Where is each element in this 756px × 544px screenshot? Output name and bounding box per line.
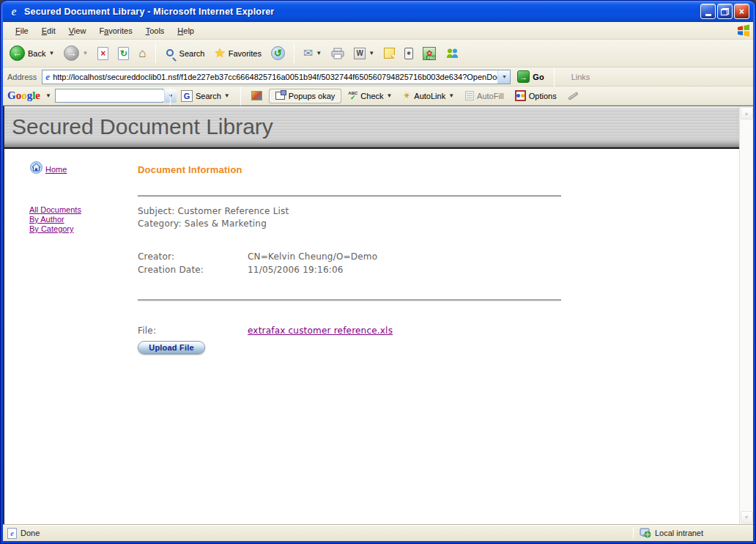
sidebar-link-by-category[interactable]: By Category bbox=[29, 224, 138, 233]
document-info-section: Document Information Subject: Customer R… bbox=[138, 149, 561, 354]
popup-icon bbox=[275, 92, 285, 100]
mobile-device-button[interactable]: ✱ bbox=[401, 45, 417, 62]
vertical-scrollbar[interactable]: ▲ ▼ bbox=[739, 106, 753, 524]
mail-button[interactable]: ✉ ▼ bbox=[300, 45, 325, 62]
restore-icon bbox=[721, 8, 729, 15]
creation-date-value: 11/05/2006 19:16:06 bbox=[248, 263, 344, 276]
menu-tools[interactable]: Tools bbox=[139, 24, 171, 37]
subject-value: Customer Reference List bbox=[178, 206, 289, 216]
stop-icon: × bbox=[97, 47, 108, 60]
web-page: Secured Document Library Home bbox=[4, 106, 739, 524]
horizontal-rule bbox=[138, 299, 561, 301]
category-line: Category: Sales & Marketing bbox=[138, 218, 561, 230]
google-search-box[interactable]: ▼ bbox=[55, 89, 163, 103]
minimize-button[interactable] bbox=[700, 4, 716, 19]
toolbar-separator bbox=[294, 44, 294, 63]
creator-value: CN=Kelvin Cheung/O=Demo bbox=[248, 250, 377, 263]
menu-help[interactable]: Help bbox=[171, 24, 201, 37]
file-row: File: extrafax customer reference.xls bbox=[138, 324, 561, 337]
googlebar-separator bbox=[240, 87, 241, 106]
history-button[interactable]: ↺ bbox=[267, 44, 289, 62]
highlight-button[interactable] bbox=[564, 92, 582, 100]
popup-blocker-label: Popups okay bbox=[289, 92, 336, 100]
file-block: File: extrafax customer reference.xls Up… bbox=[138, 324, 561, 354]
status-page-icon: e bbox=[7, 528, 17, 539]
forward-button[interactable]: → ▼ bbox=[60, 43, 92, 63]
spellcheck-button[interactable]: ABC✓ Check ▼ bbox=[344, 89, 396, 103]
stop-button[interactable]: × bbox=[94, 45, 112, 62]
address-dropdown-button[interactable]: ▼ bbox=[497, 70, 510, 84]
sidebar-home-link[interactable]: Home bbox=[29, 161, 138, 174]
scroll-down-button[interactable]: ▼ bbox=[741, 511, 753, 523]
pagerank-button[interactable] bbox=[248, 89, 266, 103]
home-button[interactable]: ⌂ bbox=[135, 45, 149, 62]
address-bar: Address e http://localhost/secureddoclib… bbox=[3, 67, 753, 87]
page-icon: e bbox=[42, 71, 53, 83]
history-icon: ↺ bbox=[271, 46, 285, 60]
restore-button[interactable] bbox=[717, 4, 733, 19]
links-label[interactable]: Links bbox=[571, 73, 590, 81]
local-intranet-icon bbox=[640, 528, 651, 538]
title-bar[interactable]: e Secured Document Library - Microsoft I… bbox=[3, 1, 753, 22]
spellcheck-icon: ABC✓ bbox=[348, 91, 357, 101]
creation-date-row: Creation Date: 11/05/2006 19:16:06 bbox=[138, 263, 561, 276]
home-link-label[interactable]: Home bbox=[45, 165, 67, 174]
edit-dropdown-icon: ▼ bbox=[368, 50, 374, 56]
category-value: Sales & Marketing bbox=[185, 218, 267, 229]
sidebar-nav: All Documents By Author By Category bbox=[29, 205, 138, 233]
favorites-button[interactable]: ★ Favorites bbox=[210, 45, 265, 62]
ie-logo-icon: e bbox=[7, 5, 21, 18]
go-button[interactable]: → Go bbox=[514, 70, 546, 84]
google-search-input[interactable] bbox=[56, 90, 164, 101]
pagerank-icon bbox=[251, 91, 262, 100]
browser-chrome: File Edit View Favorites Tools Help ← Ba… bbox=[3, 22, 753, 541]
status-text: Done bbox=[21, 529, 40, 537]
window-title: Secured Document Library - Microsoft Int… bbox=[24, 7, 697, 17]
home-icon: ⌂ bbox=[138, 47, 146, 59]
refresh-button[interactable]: ↻ bbox=[114, 45, 133, 62]
addressbar-separator bbox=[554, 67, 555, 87]
creation-date-label: Creation Date: bbox=[138, 263, 248, 276]
google-logo[interactable]: Google bbox=[7, 89, 40, 102]
menu-edit[interactable]: Edit bbox=[35, 24, 62, 37]
messenger-button[interactable] bbox=[442, 45, 463, 62]
back-button[interactable]: ← Back ▼ bbox=[6, 43, 58, 63]
upload-file-button[interactable]: Upload File bbox=[138, 341, 205, 354]
icq-button[interactable]: ✿PRO bbox=[419, 45, 440, 62]
autolink-wand-icon: ✶ bbox=[401, 89, 412, 103]
menu-file[interactable]: File bbox=[9, 24, 35, 37]
sidebar-link-by-author[interactable]: By Author bbox=[29, 215, 138, 224]
address-url[interactable]: http://localhost/secureddoclib01.nsf/f1d… bbox=[53, 73, 497, 81]
options-button[interactable]: Options bbox=[511, 88, 560, 103]
options-icon bbox=[515, 90, 526, 101]
menu-bar: File Edit View Favorites Tools Help bbox=[3, 22, 753, 40]
autolink-button[interactable]: ✶ AutoLink ▼ bbox=[399, 88, 458, 103]
page-viewport: Secured Document Library Home bbox=[3, 106, 753, 524]
print-button[interactable] bbox=[327, 45, 348, 62]
address-input[interactable]: e http://localhost/secureddoclib01.nsf/f… bbox=[42, 70, 511, 84]
google-search-label: Search bbox=[196, 92, 221, 100]
forward-dropdown-icon: ▼ bbox=[82, 50, 88, 56]
notes-button[interactable] bbox=[380, 45, 399, 61]
search-button[interactable]: Search bbox=[161, 45, 209, 62]
mail-dropdown-icon: ▼ bbox=[316, 50, 322, 56]
menu-view[interactable]: View bbox=[62, 24, 93, 37]
horizontal-rule bbox=[138, 195, 561, 197]
back-icon: ← bbox=[10, 45, 25, 61]
creator-row: Creator: CN=Kelvin Cheung/O=Demo bbox=[138, 250, 561, 263]
file-link[interactable]: extrafax customer reference.xls bbox=[248, 324, 393, 337]
google-search-button[interactable]: G Search ▼ bbox=[177, 88, 234, 104]
edit-with-word-button[interactable]: W ▼ bbox=[350, 45, 378, 62]
sidebar-link-all-documents[interactable]: All Documents bbox=[29, 205, 138, 214]
toolbar-separator bbox=[155, 44, 156, 63]
close-button[interactable]: × bbox=[734, 4, 749, 19]
status-bar: e Done Local intranet bbox=[3, 524, 753, 541]
popup-blocker-button[interactable]: Popups okay bbox=[270, 89, 341, 103]
scroll-up-button[interactable]: ▲ bbox=[741, 107, 753, 120]
creator-block: Creator: CN=Kelvin Cheung/O=Demo Creatio… bbox=[138, 250, 561, 276]
menu-favorites[interactable]: Favorites bbox=[92, 24, 138, 37]
standard-toolbar: ← Back ▼ → ▼ × ↻ ⌂ Search ★ bbox=[3, 40, 753, 67]
page-banner: Secured Document Library bbox=[4, 106, 739, 149]
autofill-label: AutoFill bbox=[477, 92, 504, 100]
search-icon bbox=[166, 49, 174, 56]
